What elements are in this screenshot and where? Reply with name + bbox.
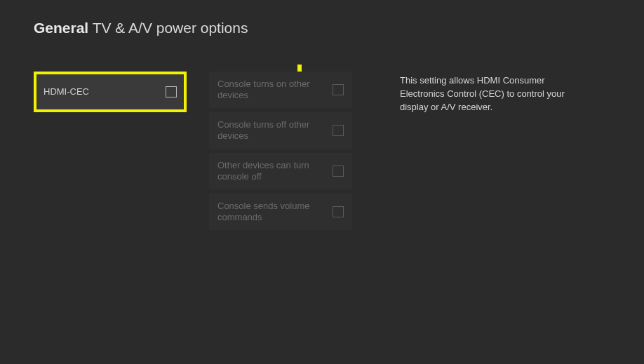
checkbox-icon [333, 206, 344, 217]
checkbox-icon [333, 125, 344, 136]
option-label: Console sends volume commands [217, 201, 333, 224]
content: HDMI-CEC Console turns on other devices … [0, 36, 644, 234]
option-other-devices-turn-console-off[interactable]: Other devices can turn console off [209, 153, 352, 189]
highlight-marker-icon [297, 65, 302, 72]
option-label: Other devices can turn console off [217, 160, 333, 183]
option-label: HDMI-CEC [43, 86, 95, 97]
setting-description: This setting allows HDMI Consumer Electr… [400, 74, 582, 114]
column-middle: Console turns on other devices Console t… [209, 72, 352, 234]
option-console-turns-off-other[interactable]: Console turns off other devices [209, 112, 352, 149]
option-console-sends-volume[interactable]: Console sends volume commands [209, 194, 352, 230]
checkbox-icon [333, 84, 344, 95]
column-right: This setting allows HDMI Consumer Electr… [375, 72, 610, 234]
header-subtitle: TV & A/V power options [93, 20, 248, 36]
page-title: General TV & A/V power options [34, 20, 610, 36]
header-section: General [34, 20, 88, 36]
checkbox-icon [333, 166, 344, 177]
option-console-turns-on-other[interactable]: Console turns on other devices [209, 72, 352, 108]
option-label: Console turns on other devices [217, 79, 333, 102]
option-hdmi-cec[interactable]: HDMI-CEC [34, 72, 187, 112]
column-left: HDMI-CEC [34, 72, 187, 234]
checkbox-icon [166, 86, 177, 97]
page-header: General TV & A/V power options [0, 0, 644, 36]
option-label: Console turns off other devices [217, 119, 333, 142]
